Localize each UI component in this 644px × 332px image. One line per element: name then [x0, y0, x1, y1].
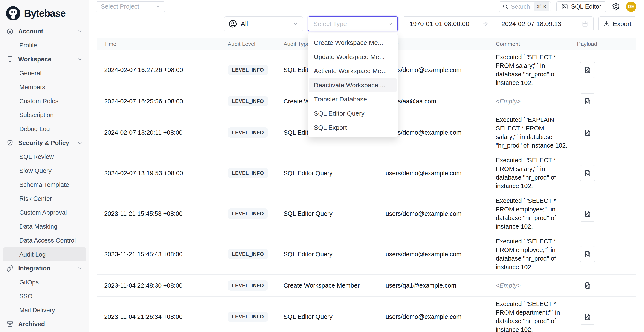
sidebar-item[interactable]: Custom Roles	[0, 94, 89, 108]
sidebar-item[interactable]: Debug Log	[0, 122, 89, 136]
audit-actor: users/aa@aa.com	[386, 98, 496, 105]
date-range-picker[interactable]: 1970-01-01 08:00:00 2024-02-07 18:09:13	[403, 16, 594, 31]
audit-time: 2023-11-04 21:26:34 +08:00	[104, 313, 228, 321]
search-icon	[502, 4, 508, 9]
view-payload-button[interactable]	[580, 62, 596, 78]
type-dropdown-option[interactable]: Update Workspace Me...	[309, 50, 396, 64]
view-payload-button[interactable]	[580, 278, 596, 293]
type-dropdown-option[interactable]: Transfer Database	[309, 92, 396, 106]
sidebar-item[interactable]: Workspace	[0, 52, 89, 66]
audit-level-cell: LEVEL_INFO	[228, 312, 284, 322]
sidebar-item[interactable]: Subscription	[0, 108, 89, 122]
table-column-header: Comment	[496, 41, 577, 47]
sidebar-item[interactable]: SQL Review	[0, 150, 89, 164]
audit-comment: Executed `"SELECT * FROM salary;"` in da…	[496, 53, 571, 87]
type-filter-select[interactable]: Select Type	[308, 16, 398, 31]
sidebar-item[interactable]: SSO	[0, 289, 89, 303]
date-to-value[interactable]: 2024-02-07 18:09:13	[502, 20, 562, 27]
sidebar-item[interactable]: Data Masking	[0, 220, 89, 234]
view-payload-button[interactable]	[580, 93, 596, 109]
view-payload-button[interactable]	[580, 246, 596, 262]
brand-name: Bytebase	[24, 7, 66, 19]
sidebar-item[interactable]: Integration	[0, 261, 89, 275]
audit-log-page: All Select Type Create Workspace Me...Up…	[89, 13, 644, 332]
table-row: 2023-11-04 21:26:34 +08:00 LEVEL_INFO SQ…	[97, 297, 636, 332]
sql-editor-button[interactable]: SQL Editor	[556, 1, 606, 12]
table-column-header: Payload	[577, 41, 636, 47]
payload-cell	[577, 309, 636, 325]
project-select-placeholder: Select Project	[101, 3, 155, 10]
view-payload-button[interactable]	[580, 206, 596, 222]
payload-cell	[577, 125, 636, 141]
audit-time: 2024-02-07 13:20:11 +08:00	[104, 129, 228, 136]
date-from-value[interactable]: 1970-01-01 08:00:00	[410, 20, 469, 27]
audit-level-cell: LEVEL_INFO	[228, 96, 284, 106]
audit-type: SQL Editor Query	[284, 170, 386, 177]
sidebar-item[interactable]: Data Access Control	[0, 234, 89, 247]
sidebar-item-label: Profile	[19, 42, 37, 49]
audit-type: SQL Editor Query	[284, 313, 386, 321]
audit-type: SQL Editor Query	[284, 210, 386, 217]
sidebar-item-label: Custom Approval	[19, 209, 67, 216]
search-box[interactable]: ⌘ K	[499, 1, 551, 12]
sidebar-item[interactable]: Slow Query	[0, 164, 89, 178]
export-button[interactable]: Export	[598, 16, 636, 31]
calendar-icon	[582, 20, 588, 27]
avatar[interactable]: DE	[626, 1, 636, 12]
type-dropdown-option[interactable]: SQL Export	[309, 121, 396, 135]
sidebar-item[interactable]: Account	[0, 24, 89, 38]
sidebar-item-label: Slow Query	[19, 167, 52, 174]
audit-comment: Executed `"SELECT * FROM salary;"` in da…	[496, 156, 571, 190]
audit-level-cell: LEVEL_INFO	[228, 168, 284, 178]
sidebar-item[interactable]: Members	[0, 80, 89, 94]
type-dropdown-option[interactable]: SQL Editor Query	[309, 106, 396, 121]
audit-comment: <Empty>	[496, 281, 571, 290]
audit-comment: Executed `"EXPLAIN SELECT * FROM salary;…	[496, 115, 571, 150]
chevron-down-icon	[155, 4, 161, 9]
search-input[interactable]	[511, 3, 532, 10]
sidebar-item-label: Workspace	[18, 56, 72, 63]
type-filter-wrap: Select Type Create Workspace Me...Update…	[308, 16, 398, 31]
sidebar-item-label: Integration	[18, 265, 72, 272]
sidebar-item[interactable]: Security & Policy	[0, 136, 89, 150]
project-select[interactable]: Select Project	[96, 1, 165, 12]
sidebar-item[interactable]: Archived	[0, 317, 89, 331]
chevron-down-icon	[292, 21, 298, 27]
view-payload-button[interactable]	[580, 309, 596, 325]
chevron-down-icon	[77, 57, 83, 62]
sidebar-item[interactable]: Schema Template	[0, 178, 89, 192]
sidebar-item[interactable]: Risk Center	[0, 192, 89, 206]
sidebar-item-label: Account	[18, 28, 72, 35]
content-area: Select Project ⌘ K SQL Editor DE	[89, 0, 644, 332]
type-dropdown-option[interactable]: Deactivate Workspace ...	[309, 78, 396, 92]
audit-time: 2024-02-07 16:25:56 +08:00	[104, 98, 228, 105]
sidebar-item[interactable]: GitOps	[0, 275, 89, 289]
type-dropdown-option[interactable]: Create Workspace Me...	[309, 36, 396, 50]
sidebar-item[interactable]: Profile	[0, 38, 89, 52]
sidebar-item-label: SQL Review	[19, 153, 54, 161]
actor-filter-select[interactable]: All	[224, 16, 303, 31]
file-search-icon	[584, 129, 591, 136]
audit-level-badge: LEVEL_INFO	[228, 249, 268, 259]
view-payload-button[interactable]	[580, 125, 596, 141]
audit-actor: users/demo@example.com	[386, 313, 496, 321]
chevron-down-icon	[77, 29, 83, 34]
sidebar-item-label: Debug Log	[19, 126, 50, 133]
settings-button[interactable]	[612, 2, 620, 11]
audit-level-cell: LEVEL_INFO	[228, 249, 284, 259]
type-dropdown-option[interactable]: Activate Workspace Me...	[309, 64, 396, 78]
payload-cell	[577, 246, 636, 262]
sidebar-item[interactable]: General	[0, 66, 89, 80]
sidebar-item-label: GitOps	[19, 279, 39, 286]
sidebar-item[interactable]: Custom Approval	[0, 206, 89, 220]
audit-level-badge: LEVEL_INFO	[228, 96, 268, 106]
sidebar-item[interactable]: Audit Log	[3, 247, 86, 261]
chevron-down-icon	[77, 140, 83, 146]
bytebase-logo[interactable]: Bytebase	[0, 0, 89, 24]
view-payload-button[interactable]	[580, 165, 596, 181]
audit-level-cell: LEVEL_INFO	[228, 65, 284, 75]
sidebar-item[interactable]: Mail Delivery	[0, 303, 89, 317]
bytebase-logo-icon	[6, 6, 20, 20]
sidebar-item-label: Data Masking	[19, 223, 57, 230]
payload-cell	[577, 165, 636, 181]
